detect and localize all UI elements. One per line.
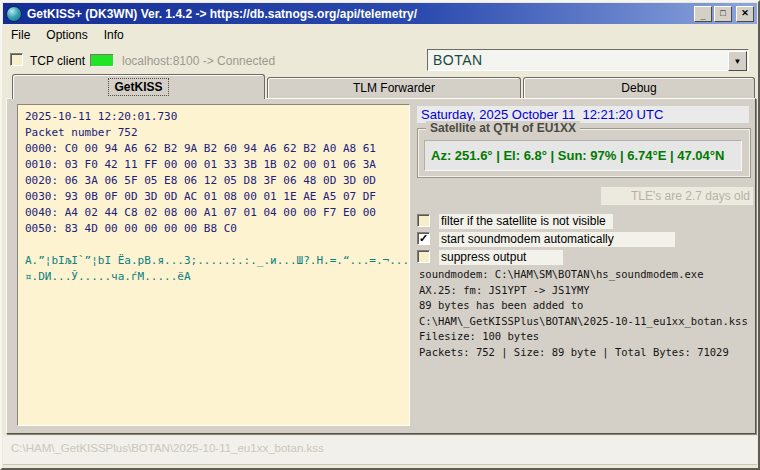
- filter-not-visible-checkbox[interactable]: [417, 214, 430, 227]
- info-filesize: Filesize: 100 bytes: [419, 329, 755, 345]
- blank-line: [25, 237, 409, 253]
- menu-options[interactable]: Options: [38, 26, 95, 44]
- hex-line: 0010: 03 F0 42 11 FF 00 00 01 33 3B 1B 0…: [25, 157, 409, 173]
- hex-line: 0020: 06 3A 06 5F 05 E8 06 12 05 D8 3F 0…: [25, 173, 409, 189]
- tab-getkiss-label: GetKISS: [109, 79, 167, 95]
- minimize-icon: _: [700, 12, 705, 21]
- menu-bar: File Options Info: [3, 25, 757, 45]
- tab-tlm-forwarder[interactable]: TLM Forwarder: [267, 77, 521, 98]
- info-soundmodem-path: soundmodem: C:\HAM\SM\BOTAN\hs_soundmode…: [419, 267, 755, 283]
- start-soundmodem-label[interactable]: start soundmodem automatically: [439, 232, 675, 247]
- tab-tlm-forwarder-label: TLM Forwarder: [353, 81, 435, 95]
- packet-timestamp: 2025-10-11 12:20:01.730: [25, 109, 409, 125]
- az-el-sun-readout: Az: 251.6° | El: 6.8° | Sun: 97% | 6.74°…: [424, 140, 742, 171]
- hex-line: 0030: 93 0B 0F 0D 3D 0D AC 01 08 00 01 1…: [25, 189, 409, 205]
- connection-row: TCP client localhost:8100 -> Connected B…: [2, 47, 760, 73]
- hex-line: 0050: 83 4D 00 00 00 00 00 B8 C0: [25, 221, 409, 237]
- tcp-client-checkbox[interactable]: [10, 53, 23, 66]
- status-bar: C:\HAM\_GetKISSPlus\BOTAN\2025-10-11_eu1…: [3, 436, 757, 465]
- tab-debug-label: Debug: [621, 81, 656, 95]
- filter-not-visible-label[interactable]: filter if the satellite is not visible: [439, 214, 613, 229]
- close-button[interactable]: ✕: [736, 6, 754, 22]
- current-file-path: C:\HAM\_GetKISSPlus\BOTAN\2025-10-11_eu1…: [11, 442, 324, 454]
- window-title: GetKISS+ (DK3WN) Ver. 1.4.2 -> https://d…: [27, 7, 692, 21]
- satellite-qth-groupbox: Satellite at QTH of EU1XX Az: 251.6° | E…: [417, 128, 751, 178]
- maximize-icon: □: [720, 9, 725, 18]
- session-info-block: soundmodem: C:\HAM\SM\BOTAN\hs_soundmode…: [419, 267, 755, 360]
- menu-info[interactable]: Info: [96, 26, 132, 44]
- title-bar: GetKISS+ (DK3WN) Ver. 1.4.2 -> https://d…: [3, 3, 757, 24]
- tab-getkiss[interactable]: GetKISS: [12, 74, 265, 99]
- decoded-line: А.”¦bІљІ`”¦bІ Ёа.рB.я...3;.....:.:._.и..…: [25, 253, 409, 269]
- connection-status-text: localhost:8100 -> Connected: [122, 54, 275, 68]
- info-kss-file-path: C:\HAM\_GetKISSPlus\BOTAN\2025-10-11_eu1…: [419, 314, 755, 330]
- tab-debug[interactable]: Debug: [523, 77, 755, 98]
- decoded-line: ¤.DИ...Ў.....ча.ѓM.....ёА: [25, 269, 409, 285]
- close-icon: ✕: [741, 9, 749, 18]
- satellite-qth-group-title: Satellite at QTH of EU1XX: [426, 121, 580, 135]
- tcp-client-label[interactable]: TCP client: [30, 54, 85, 68]
- suppress-output-label[interactable]: suppress output: [439, 250, 563, 265]
- hex-line: 0000: C0 00 94 A6 62 B2 9A B2 60 94 A6 6…: [25, 141, 409, 157]
- maximize-button[interactable]: □: [714, 6, 732, 22]
- menu-file[interactable]: File: [3, 26, 38, 44]
- packet-number: Packet number 752: [25, 125, 409, 141]
- start-soundmodem-checkbox[interactable]: ✓: [417, 232, 430, 245]
- application-window: GetKISS+ (DK3WN) Ver. 1.4.2 -> https://d…: [0, 0, 760, 470]
- connection-led-indicator: [90, 54, 114, 67]
- satellite-select[interactable]: BOTAN ▼: [427, 49, 749, 71]
- suppress-output-checkbox[interactable]: [417, 250, 430, 263]
- app-globe-icon: [6, 6, 22, 22]
- info-packet-stats: Packets: 752 | Size: 89 byte | Total Byt…: [419, 345, 755, 361]
- chevron-down-icon[interactable]: ▼: [728, 51, 747, 71]
- satellite-select-value: BOTAN: [433, 52, 483, 68]
- minimize-button[interactable]: _: [694, 6, 712, 22]
- tle-age-label: TLE's are 2.7 days old: [601, 187, 753, 205]
- hex-line: 0040: A4 02 44 C8 02 08 00 A1 07 01 04 0…: [25, 205, 409, 221]
- info-bytes-added: 89 bytes has been added to: [419, 298, 755, 314]
- info-ax25-route: AX.25: fm: JS1YPT -> JS1YMY: [419, 283, 755, 299]
- packet-log-textbox[interactable]: 2025-10-11 12:20:01.730 Packet number 75…: [17, 104, 410, 426]
- tab-page-getkiss: 2025-10-11 12:20:01.730 Packet number 75…: [6, 98, 756, 434]
